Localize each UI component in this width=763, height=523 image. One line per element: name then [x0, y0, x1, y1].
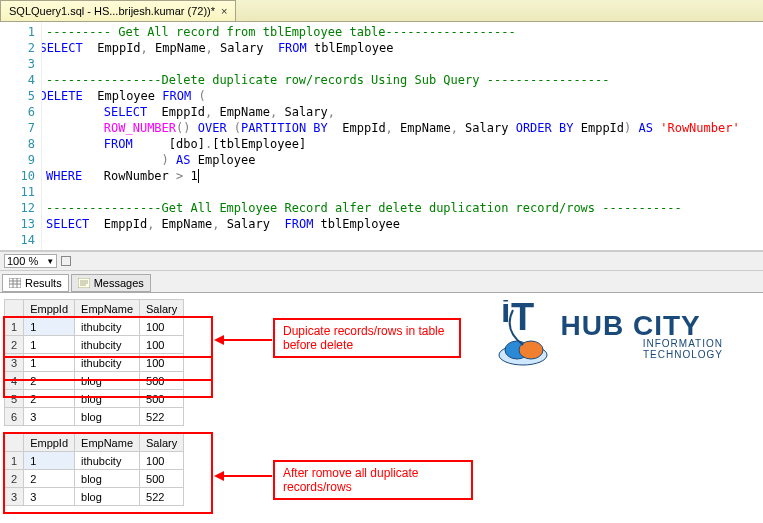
svg-marker-12 — [214, 471, 224, 481]
sql-editor[interactable]: 1234567891011121314 --------- Get All re… — [0, 22, 763, 251]
results-tab-label: Results — [25, 277, 62, 289]
logo: i T HUB CITY INFORMATION TECHNOLOGY — [493, 300, 723, 370]
line-gutter: 1234567891011121314 — [0, 22, 42, 250]
result-tab-bar: Results Messages — [0, 271, 763, 293]
messages-icon — [78, 278, 90, 288]
file-tab[interactable]: SQLQuery1.sql - HS...brijesh.kumar (72))… — [0, 0, 236, 21]
column-header[interactable]: EmpName — [75, 300, 140, 318]
highlight-box-3 — [3, 432, 213, 514]
close-icon[interactable]: × — [221, 5, 227, 17]
zoom-value: 100 % — [7, 255, 38, 267]
tab-title: SQLQuery1.sql - HS...brijesh.kumar (72))… — [9, 5, 215, 17]
highlight-box-2 — [3, 356, 213, 398]
messages-tab-label: Messages — [94, 277, 144, 289]
annotation-2: After romove all duplicate records/rows — [273, 460, 473, 500]
code-area[interactable]: --------- Get All record from tblEmploye… — [42, 22, 763, 250]
table-cell[interactable]: blog — [75, 408, 140, 426]
tab-bar: SQLQuery1.sql - HS...brijesh.kumar (72))… — [0, 0, 763, 22]
annotation-1: Dupicate records/rows in table before de… — [273, 318, 461, 358]
arrow-1 — [214, 330, 274, 350]
chevron-down-icon: ▼ — [46, 257, 54, 266]
arrow-2 — [214, 466, 274, 486]
table-cell[interactable]: 3 — [24, 408, 75, 426]
table-cell[interactable]: 6 — [5, 408, 24, 426]
column-header[interactable]: EmppId — [24, 300, 75, 318]
zoom-bar: 100 % ▼ — [0, 251, 763, 271]
svg-marker-10 — [214, 335, 224, 345]
zoom-button[interactable] — [61, 256, 71, 266]
logo-icon: i T — [493, 300, 553, 370]
table-cell[interactable]: 522 — [140, 408, 184, 426]
table-row[interactable]: 63blog522 — [5, 408, 184, 426]
svg-rect-0 — [9, 278, 21, 288]
svg-text:T: T — [511, 300, 534, 338]
results-tab[interactable]: Results — [2, 274, 69, 292]
zoom-dropdown[interactable]: 100 % ▼ — [4, 254, 57, 268]
column-header[interactable] — [5, 300, 24, 318]
messages-tab[interactable]: Messages — [71, 274, 151, 292]
column-header[interactable]: Salary — [140, 300, 184, 318]
grid-icon — [9, 278, 21, 288]
svg-text:i: i — [501, 300, 510, 329]
